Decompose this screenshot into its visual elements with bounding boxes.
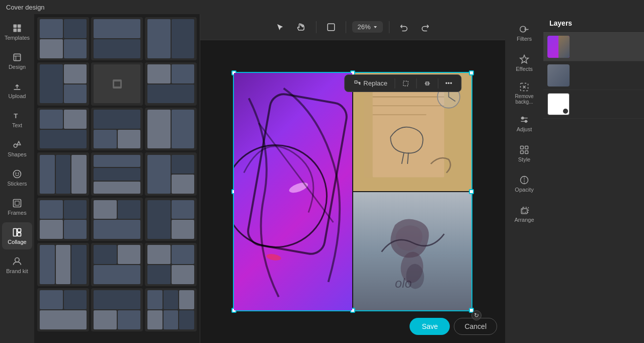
- more-dots: •••: [445, 79, 452, 87]
- template-item[interactable]: [91, 152, 143, 196]
- filters-icon: [519, 24, 529, 34]
- svg-rect-17: [18, 228, 21, 232]
- svg-rect-22: [403, 81, 408, 85]
- zoom-value: 26%: [357, 23, 370, 31]
- template-item[interactable]: [145, 152, 197, 196]
- handle-mid-right[interactable]: [469, 189, 474, 194]
- template-item[interactable]: [91, 17, 143, 60]
- redo-icon: [421, 23, 430, 32]
- template-item[interactable]: [145, 108, 197, 151]
- opacity-tool[interactable]: Opacity: [507, 169, 541, 198]
- adjust-icon: [519, 115, 529, 125]
- floating-toolbar: Replace •••: [344, 74, 461, 92]
- crop-icon: [402, 80, 409, 87]
- cell-footprint[interactable]: olo: [353, 192, 471, 310]
- layer-item[interactable]: [543, 90, 644, 119]
- crop-button[interactable]: [397, 77, 414, 90]
- sidebar-item-shapes[interactable]: Shapes: [2, 135, 32, 162]
- canvas-container[interactable]: Replace •••: [200, 40, 505, 343]
- sidebar-label-text: Text: [12, 122, 22, 128]
- sidebar-item-collage[interactable]: Collage: [2, 222, 32, 249]
- left-sidebar: Templates Design Upload T Text Shapes St…: [0, 14, 34, 343]
- svg-rect-4: [14, 54, 20, 60]
- select-icon: [276, 23, 285, 32]
- arrange-label: Arrange: [514, 217, 534, 223]
- sidebar-item-design[interactable]: Design: [2, 47, 32, 74]
- pan-tool[interactable]: [293, 19, 310, 36]
- layer-item[interactable]: [543, 61, 644, 90]
- footprint-overlay: olo: [359, 198, 466, 305]
- layer-thumbnail-1: [547, 36, 570, 58]
- float-sep-1: [394, 78, 395, 89]
- redo-button[interactable]: [417, 19, 434, 36]
- arrange-tool[interactable]: Arrange: [507, 199, 541, 228]
- svg-marker-35: [520, 55, 529, 63]
- svg-rect-21: [355, 80, 357, 83]
- sidebar-item-stickers[interactable]: Stickers: [2, 164, 32, 191]
- template-item[interactable]: [91, 198, 143, 241]
- sidebar-label-design: Design: [9, 64, 26, 70]
- effects-tool[interactable]: Effects: [507, 48, 541, 77]
- sidebar-item-text[interactable]: T Text: [2, 106, 32, 133]
- cancel-button[interactable]: Cancel: [454, 318, 497, 335]
- app-title: Cover design: [6, 4, 45, 11]
- template-grid: [34, 14, 200, 334]
- flip-button[interactable]: [419, 77, 436, 90]
- template-item[interactable]: [91, 108, 143, 151]
- zoom-control[interactable]: 26%: [352, 21, 382, 33]
- select-tool[interactable]: [272, 19, 289, 36]
- sidebar-label-shapes: Shapes: [8, 151, 26, 157]
- sidebar-label-frames: Frames: [8, 210, 26, 216]
- template-item[interactable]: [145, 17, 197, 60]
- svg-text:T: T: [14, 112, 18, 120]
- template-item[interactable]: [145, 198, 197, 241]
- layer-item[interactable]: [543, 33, 644, 61]
- collage-panel: [34, 14, 200, 343]
- template-item[interactable]: [91, 288, 143, 331]
- float-sep-3: [438, 78, 438, 89]
- template-item[interactable]: [91, 62, 143, 106]
- handle-top-right[interactable]: [469, 70, 474, 75]
- template-item[interactable]: [37, 108, 89, 151]
- sidebar-label-collage: Collage: [8, 239, 26, 245]
- design-icon: [12, 52, 22, 62]
- style-tool[interactable]: Style: [507, 139, 541, 168]
- template-item[interactable]: [37, 62, 89, 106]
- replace-label: Replace: [363, 79, 387, 87]
- template-item[interactable]: [37, 288, 89, 331]
- sidebar-item-upload[interactable]: Upload: [2, 76, 32, 104]
- sidebar-item-frames[interactable]: Frames: [2, 193, 32, 220]
- template-item[interactable]: [91, 243, 143, 286]
- collage-frame[interactable]: ↻: [233, 72, 472, 311]
- adjust-tool[interactable]: Adjust: [507, 109, 541, 138]
- text-icon: T: [12, 111, 22, 121]
- svg-rect-41: [521, 146, 524, 149]
- svg-point-13: [18, 173, 19, 174]
- remove-bg-icon: [519, 82, 529, 92]
- template-item[interactable]: [145, 243, 197, 286]
- layers-title: Layers: [549, 19, 572, 27]
- frame-toggle[interactable]: [323, 19, 340, 36]
- template-item[interactable]: [145, 288, 197, 331]
- svg-rect-18: [18, 232, 21, 236]
- layer-thumbnail-2: [547, 64, 570, 87]
- remove-bg-tool[interactable]: Remove backg...: [507, 78, 541, 108]
- template-item[interactable]: [37, 152, 89, 196]
- template-item[interactable]: [37, 17, 89, 60]
- svg-rect-15: [15, 201, 19, 205]
- sidebar-item-brand[interactable]: Brand kit: [2, 251, 32, 279]
- filters-tool[interactable]: Filters: [507, 18, 541, 47]
- sidebar-item-templates[interactable]: Templates: [2, 18, 32, 45]
- sidebar-label-templates: Templates: [5, 35, 30, 41]
- save-button[interactable]: Save: [410, 318, 450, 335]
- template-item[interactable]: [37, 243, 89, 286]
- float-sep-2: [416, 78, 417, 89]
- undo-button[interactable]: [395, 19, 413, 36]
- template-item[interactable]: [145, 62, 197, 106]
- cell-purple[interactable]: [234, 73, 352, 310]
- more-button[interactable]: •••: [440, 77, 457, 90]
- adjust-label: Adjust: [517, 126, 532, 132]
- template-item[interactable]: [37, 198, 89, 241]
- svg-rect-16: [14, 228, 17, 236]
- replace-button[interactable]: Replace: [349, 77, 392, 90]
